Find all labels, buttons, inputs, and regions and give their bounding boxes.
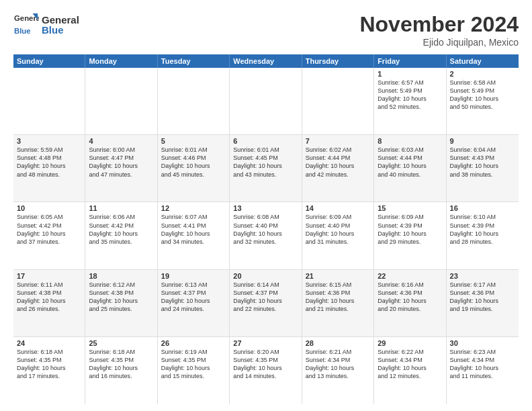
calendar-cell: 25Sunrise: 6:18 AM Sunset: 4:35 PM Dayli… (85, 337, 157, 404)
calendar-cell (230, 68, 302, 134)
day-number: 9 (450, 137, 515, 145)
day-number: 17 (17, 272, 81, 280)
calendar-week-5: 24Sunrise: 6:18 AM Sunset: 4:35 PM Dayli… (13, 337, 519, 404)
day-number: 21 (306, 272, 370, 280)
logo: General Blue General Blue (13, 12, 79, 38)
day-number: 3 (17, 137, 81, 145)
calendar-cell: 27Sunrise: 6:20 AM Sunset: 4:35 PM Dayli… (230, 337, 302, 404)
day-number: 10 (17, 204, 81, 212)
calendar-cell: 24Sunrise: 6:18 AM Sunset: 4:35 PM Dayli… (13, 337, 85, 404)
calendar-cell (302, 68, 374, 134)
day-info: Sunrise: 6:04 AM Sunset: 4:43 PM Dayligh… (450, 146, 515, 179)
day-info: Sunrise: 6:00 AM Sunset: 4:47 PM Dayligh… (89, 146, 153, 179)
calendar-cell: 13Sunrise: 6:08 AM Sunset: 4:40 PM Dayli… (230, 202, 302, 269)
day-info: Sunrise: 6:01 AM Sunset: 4:46 PM Dayligh… (161, 146, 226, 179)
day-info: Sunrise: 6:22 AM Sunset: 4:34 PM Dayligh… (378, 348, 442, 381)
day-number: 20 (233, 272, 298, 280)
calendar-cell: 5Sunrise: 6:01 AM Sunset: 4:46 PM Daylig… (158, 135, 230, 201)
calendar-week-1: 1Sunrise: 6:57 AM Sunset: 5:49 PM Daylig… (13, 68, 519, 135)
calendar-header: SundayMondayTuesdayWednesdayThursdayFrid… (13, 54, 519, 68)
calendar-week-2: 3Sunrise: 5:59 AM Sunset: 4:48 PM Daylig… (13, 135, 519, 202)
calendar-cell: 23Sunrise: 6:17 AM Sunset: 4:36 PM Dayli… (447, 270, 519, 336)
day-number: 14 (306, 204, 370, 212)
calendar-cell: 30Sunrise: 6:23 AM Sunset: 4:34 PM Dayli… (447, 337, 519, 404)
weekday-header-tuesday: Tuesday (158, 54, 230, 68)
calendar-cell: 14Sunrise: 6:09 AM Sunset: 4:40 PM Dayli… (302, 202, 374, 269)
day-number: 12 (161, 204, 226, 212)
calendar-cell (85, 68, 157, 134)
calendar-cell: 22Sunrise: 6:16 AM Sunset: 4:36 PM Dayli… (374, 270, 446, 336)
day-number: 5 (161, 137, 226, 145)
calendar-cell: 8Sunrise: 6:03 AM Sunset: 4:44 PM Daylig… (374, 135, 446, 201)
day-number: 13 (233, 204, 298, 212)
day-number: 22 (378, 272, 442, 280)
day-number: 25 (89, 339, 153, 347)
day-number: 30 (450, 339, 515, 347)
day-number: 28 (306, 339, 370, 347)
day-number: 15 (378, 204, 442, 212)
calendar-cell: 2Sunrise: 6:58 AM Sunset: 5:49 PM Daylig… (447, 68, 519, 134)
calendar-cell: 3Sunrise: 5:59 AM Sunset: 4:48 PM Daylig… (13, 135, 85, 201)
day-info: Sunrise: 6:18 AM Sunset: 4:35 PM Dayligh… (17, 348, 81, 381)
day-info: Sunrise: 6:08 AM Sunset: 4:40 PM Dayligh… (233, 213, 298, 246)
day-info: Sunrise: 6:21 AM Sunset: 4:34 PM Dayligh… (306, 348, 370, 381)
calendar-cell: 18Sunrise: 6:12 AM Sunset: 4:38 PM Dayli… (85, 270, 157, 336)
page: General Blue General Blue November 2024 … (0, 0, 532, 411)
day-info: Sunrise: 6:23 AM Sunset: 4:34 PM Dayligh… (450, 348, 515, 381)
calendar-cell: 17Sunrise: 6:11 AM Sunset: 4:38 PM Dayli… (13, 270, 85, 336)
day-number: 4 (89, 137, 153, 145)
weekday-header-friday: Friday (374, 54, 446, 68)
day-number: 11 (89, 204, 153, 212)
day-number: 23 (450, 272, 515, 280)
calendar-cell: 11Sunrise: 6:06 AM Sunset: 4:42 PM Dayli… (85, 202, 157, 269)
weekday-header-wednesday: Wednesday (230, 54, 302, 68)
weekday-header-sunday: Sunday (13, 54, 85, 68)
calendar-cell (158, 68, 230, 134)
logo-blue-text: Blue (42, 25, 79, 35)
calendar-cell: 29Sunrise: 6:22 AM Sunset: 4:34 PM Dayli… (374, 337, 446, 404)
day-number: 26 (161, 339, 226, 347)
day-info: Sunrise: 5:59 AM Sunset: 4:48 PM Dayligh… (17, 146, 81, 179)
calendar-cell: 10Sunrise: 6:05 AM Sunset: 4:42 PM Dayli… (13, 202, 85, 269)
day-number: 19 (161, 272, 226, 280)
day-number: 24 (17, 339, 81, 347)
day-number: 27 (233, 339, 298, 347)
day-info: Sunrise: 6:03 AM Sunset: 4:44 PM Dayligh… (378, 146, 442, 179)
weekday-header-thursday: Thursday (302, 54, 374, 68)
calendar-cell: 15Sunrise: 6:09 AM Sunset: 4:39 PM Dayli… (374, 202, 446, 269)
day-number: 2 (450, 70, 515, 78)
day-info: Sunrise: 6:11 AM Sunset: 4:38 PM Dayligh… (17, 281, 81, 314)
calendar-cell: 12Sunrise: 6:07 AM Sunset: 4:41 PM Dayli… (158, 202, 230, 269)
day-info: Sunrise: 6:15 AM Sunset: 4:36 PM Dayligh… (306, 281, 370, 314)
day-number: 29 (378, 339, 442, 347)
title-section: November 2024 Ejido Jiquilpan, Mexico (359, 12, 519, 48)
day-info: Sunrise: 6:02 AM Sunset: 4:44 PM Dayligh… (306, 146, 370, 179)
calendar: SundayMondayTuesdayWednesdayThursdayFrid… (13, 54, 519, 404)
calendar-cell: 16Sunrise: 6:10 AM Sunset: 4:39 PM Dayli… (447, 202, 519, 269)
day-number: 16 (450, 204, 515, 212)
day-info: Sunrise: 6:10 AM Sunset: 4:39 PM Dayligh… (450, 213, 515, 246)
logo-general-text: General (42, 15, 79, 25)
month-title: November 2024 (359, 12, 519, 37)
calendar-cell: 6Sunrise: 6:01 AM Sunset: 4:45 PM Daylig… (230, 135, 302, 201)
day-info: Sunrise: 6:18 AM Sunset: 4:35 PM Dayligh… (89, 348, 153, 381)
logo-icon: General Blue (13, 12, 39, 38)
day-info: Sunrise: 6:17 AM Sunset: 4:36 PM Dayligh… (450, 281, 515, 314)
day-info: Sunrise: 6:06 AM Sunset: 4:42 PM Dayligh… (89, 213, 153, 246)
calendar-cell: 28Sunrise: 6:21 AM Sunset: 4:34 PM Dayli… (302, 337, 374, 404)
svg-text:Blue: Blue (14, 27, 31, 35)
day-info: Sunrise: 6:16 AM Sunset: 4:36 PM Dayligh… (378, 281, 442, 314)
day-info: Sunrise: 6:14 AM Sunset: 4:37 PM Dayligh… (233, 281, 298, 314)
day-number: 18 (89, 272, 153, 280)
day-info: Sunrise: 6:05 AM Sunset: 4:42 PM Dayligh… (17, 213, 81, 246)
calendar-cell: 9Sunrise: 6:04 AM Sunset: 4:43 PM Daylig… (447, 135, 519, 201)
calendar-cell: 7Sunrise: 6:02 AM Sunset: 4:44 PM Daylig… (302, 135, 374, 201)
calendar-cell: 4Sunrise: 6:00 AM Sunset: 4:47 PM Daylig… (85, 135, 157, 201)
day-number: 6 (233, 137, 298, 145)
day-number: 8 (378, 137, 442, 145)
day-info: Sunrise: 6:58 AM Sunset: 5:49 PM Dayligh… (450, 79, 515, 111)
calendar-cell (13, 68, 85, 134)
day-info: Sunrise: 6:09 AM Sunset: 4:40 PM Dayligh… (306, 213, 370, 246)
weekday-header-saturday: Saturday (447, 54, 519, 68)
day-info: Sunrise: 6:20 AM Sunset: 4:35 PM Dayligh… (233, 348, 298, 381)
